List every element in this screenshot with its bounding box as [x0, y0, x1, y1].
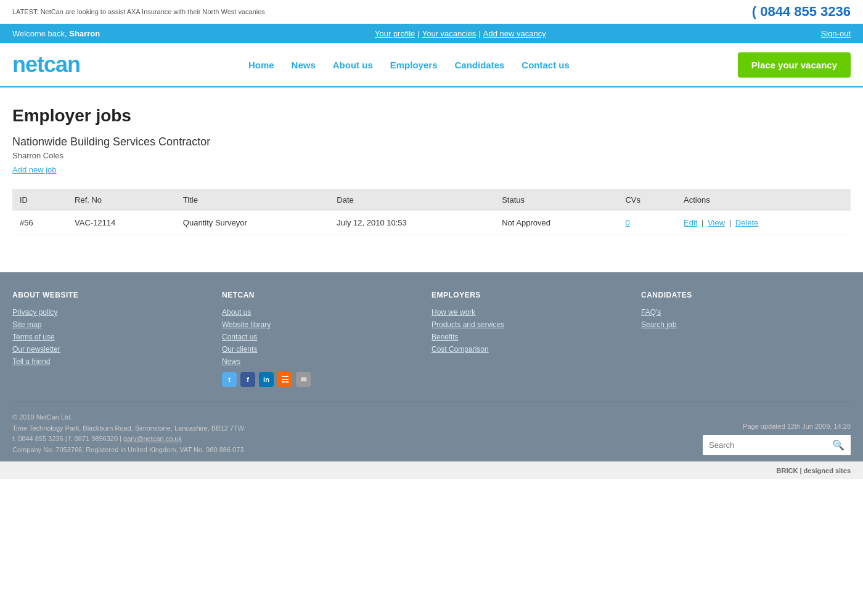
job-date: July 12, 2010 10:53	[329, 211, 494, 235]
footer-search-input[interactable]	[703, 436, 826, 454]
nav-about-us[interactable]: About us	[333, 60, 373, 70]
your-profile-link[interactable]: Your profile	[375, 29, 415, 38]
delete-job-link[interactable]: Delete	[735, 218, 759, 227]
footer-col-candidates: CANDIDATES FAQ's Search job	[641, 291, 851, 387]
copyright: © 2010 NetCan Ltd.	[12, 412, 244, 423]
footer-site-map[interactable]: Site map	[12, 320, 210, 329]
site-logo: netcan	[12, 52, 80, 78]
footer-tell-a-friend[interactable]: Tell a friend	[12, 357, 210, 366]
col-ref-no: Ref. No	[67, 189, 176, 211]
col-id: ID	[12, 189, 67, 211]
job-actions: Edit | View | Delete	[676, 211, 851, 235]
phone-number: ( 0844 855 3236	[752, 4, 851, 20]
table-header-row: ID Ref. No Title Date Status CVs Actions	[12, 189, 851, 211]
page-updated: Page updated 12th Jun 2009, 14:28	[703, 423, 851, 430]
col-actions: Actions	[676, 189, 851, 211]
edit-job-link[interactable]: Edit	[684, 218, 697, 227]
footer-benefits[interactable]: Benefits	[432, 333, 629, 341]
col-title: Title	[176, 189, 329, 211]
brick-credit-text: BRICK | designed sites	[777, 467, 851, 474]
footer-products-and-services[interactable]: Products and services	[432, 320, 629, 329]
footer-search-button[interactable]: 🔍	[826, 435, 851, 455]
footer-faqs[interactable]: FAQ's	[641, 308, 838, 317]
welcome-nav-links: Your profile | Your vacancies | Add new …	[375, 29, 546, 38]
sign-out-container: Sign-out	[821, 29, 851, 38]
footer-col-netcan: NETCAN About us Website library Contact …	[222, 291, 432, 387]
nav-news[interactable]: News	[292, 60, 316, 70]
footer-col-netcan-heading: NETCAN	[222, 291, 419, 299]
footer-search-area: Page updated 12th Jun 2009, 14:28 🔍	[703, 423, 851, 455]
footer-col-employers-heading: EMPLOYERS	[432, 291, 629, 299]
nav-home[interactable]: Home	[248, 60, 274, 70]
footer-website-library[interactable]: Website library	[222, 320, 419, 329]
footer-cost-comparison[interactable]: Cost Comparison	[432, 345, 629, 354]
email-icon[interactable]: ✉	[296, 372, 311, 387]
address: Time Technology Park, Blackburn Road, Si…	[12, 423, 244, 434]
footer-contact-us[interactable]: Contact us	[222, 333, 419, 341]
welcome-bar: Welcome back, Sharron Your profile | You…	[0, 24, 863, 43]
nav-employers[interactable]: Employers	[390, 60, 438, 70]
jobs-table: ID Ref. No Title Date Status CVs Actions…	[12, 189, 851, 235]
add-new-vacancy-link[interactable]: Add new vacancy	[483, 29, 546, 38]
add-new-job-link[interactable]: Add new job	[12, 165, 57, 174]
nav-bar: netcan Home News About us Employers Cand…	[0, 43, 863, 87]
main-nav: Home News About us Employers Candidates …	[248, 60, 570, 70]
footer-columns: ABOUT WEBSITE Privacy policy Site map Te…	[12, 291, 851, 387]
page-title: Employer jobs	[12, 106, 851, 126]
footer-news[interactable]: News	[222, 357, 419, 366]
company-name: Nationwide Building Services Contractor	[12, 136, 851, 148]
footer-privacy-policy[interactable]: Privacy policy	[12, 308, 210, 317]
nav-contact-us[interactable]: Contact us	[521, 60, 570, 70]
footer-terms-of-use[interactable]: Terms of use	[12, 333, 210, 341]
top-bar: LATEST: NetCan are looking to assist AXA…	[0, 0, 863, 24]
col-cvs: CVs	[618, 189, 676, 211]
email-link[interactable]: gary@netcan.co.uk	[123, 435, 182, 442]
cvs-link[interactable]: 0	[625, 218, 629, 227]
footer-newsletter[interactable]: Our newsletter	[12, 345, 210, 354]
footer-col-about-heading: ABOUT WEBSITE	[12, 291, 210, 299]
latest-text: LATEST: NetCan are looking to assist AXA…	[12, 8, 265, 15]
footer-how-we-work[interactable]: How we work	[432, 308, 629, 317]
your-vacancies-link[interactable]: Your vacancies	[422, 29, 476, 38]
footer: ABOUT WEBSITE Privacy policy Site map Te…	[0, 272, 863, 461]
sign-out-link[interactable]: Sign-out	[821, 29, 851, 38]
add-new-job-container: Add new job	[12, 165, 851, 174]
footer-col-about: ABOUT WEBSITE Privacy policy Site map Te…	[12, 291, 222, 387]
twitter-icon[interactable]: t	[222, 372, 237, 387]
table-row: #56 VAC-12114 Quantity Surveyor July 12,…	[12, 211, 851, 235]
job-title: Quantity Surveyor	[176, 211, 329, 235]
place-vacancy-button[interactable]: Place your vacancy	[738, 52, 851, 78]
linkedin-icon[interactable]: in	[259, 372, 274, 387]
facebook-icon[interactable]: f	[240, 372, 255, 387]
footer-search-job[interactable]: Search job	[641, 320, 838, 329]
contact-name: Sharron Coles	[12, 151, 851, 160]
social-icons-container: t f in ☴ ✉	[222, 372, 419, 387]
view-job-link[interactable]: View	[708, 218, 725, 227]
footer-legal: © 2010 NetCan Ltd. Time Technology Park,…	[12, 412, 244, 455]
brick-credit: BRICK | designed sites	[0, 461, 863, 479]
col-date: Date	[329, 189, 494, 211]
job-status: Not Approved	[494, 211, 618, 235]
rss-icon[interactable]: ☴	[277, 372, 292, 387]
footer-search-bar: 🔍	[703, 435, 851, 455]
footer-col-candidates-heading: CANDIDATES	[641, 291, 838, 299]
phone-fax: t. 0844 855 3236 | f. 0871 9896320 | gar…	[12, 434, 244, 445]
company-reg: Company No. 7053766, Registered in Unite…	[12, 445, 244, 456]
footer-our-clients[interactable]: Our clients	[222, 345, 419, 354]
job-ref-no: VAC-12114	[67, 211, 176, 235]
nav-candidates[interactable]: Candidates	[454, 60, 504, 70]
footer-col-employers: EMPLOYERS How we work Products and servi…	[432, 291, 641, 387]
welcome-message: Welcome back, Sharron	[12, 29, 100, 38]
col-status: Status	[494, 189, 618, 211]
footer-about-us[interactable]: About us	[222, 308, 419, 317]
footer-bottom: © 2010 NetCan Ltd. Time Technology Park,…	[12, 402, 851, 455]
job-cvs: 0	[618, 211, 676, 235]
main-content: Employer jobs Nationwide Building Servic…	[0, 87, 863, 272]
job-id: #56	[12, 211, 67, 235]
